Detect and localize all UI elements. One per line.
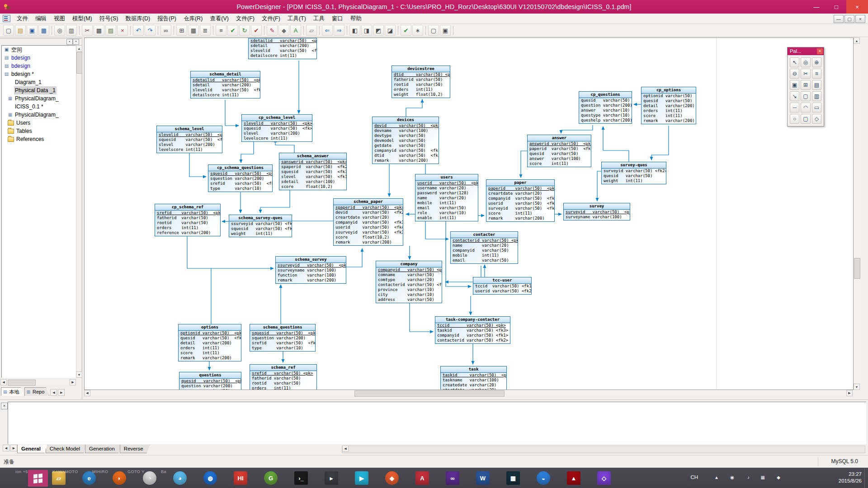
table-paper[interactable]: paperpaperid varchar(50) <pk>creartdate … xyxy=(486,179,555,222)
list-icon[interactable]: ≡ xyxy=(216,25,226,36)
sidebar-item-users[interactable]: Users xyxy=(2,119,75,127)
scroll-left-icon[interactable]: ◀ xyxy=(0,379,7,385)
table-questions[interactable]: questionsquesid varchar(50) <pk>question… xyxy=(179,372,241,390)
line-tool-icon[interactable]: ─ xyxy=(790,103,799,113)
copy-icon[interactable]: ▩ xyxy=(94,25,104,36)
view-tool-icon[interactable]: ▤ xyxy=(812,80,821,90)
link-icon[interactable]: ∞ xyxy=(160,25,171,36)
scroll-down-icon[interactable]: ▼ xyxy=(76,371,82,378)
browser-tab-repo[interactable]: ▥Repo xyxy=(24,387,50,396)
check-model-icon[interactable]: ✔ xyxy=(227,25,238,36)
mdi-minimize-button[interactable]: — xyxy=(834,15,844,23)
browser-tab-本地[interactable]: ▤本地 xyxy=(1,387,24,396)
tab-check-model[interactable]: Check Model xyxy=(46,445,87,453)
paste-icon[interactable]: ▨ xyxy=(105,25,116,36)
menu-item-7[interactable]: 仓库(R) xyxy=(180,14,206,23)
sidebar-item-bdesign[interactable]: ▤bdesign xyxy=(2,62,75,70)
table-devices[interactable]: devicesdevid varchar(50) <pk>devname var… xyxy=(372,117,439,164)
menu-item-2[interactable]: 视图 xyxy=(50,14,69,23)
table-cp_schema_level[interactable]: cp_schema_levelslevelid varchar(50) <pk>… xyxy=(241,114,312,142)
table-survey-ques[interactable]: survey-quessurveyid varchar(50) <fk2>que… xyxy=(601,162,666,184)
taskbar-app-blue[interactable]: ◒ xyxy=(537,471,550,485)
taskbar-app-media-player[interactable]: ▸ xyxy=(325,471,338,485)
window-arrange-icon[interactable]: ◪ xyxy=(385,25,396,36)
hidden-icons-icon[interactable]: ▲ xyxy=(714,475,719,480)
zoom-out-tool-icon[interactable]: ⊖ xyxy=(790,69,799,79)
tabs-scroll-left-icon[interactable]: ◀ xyxy=(50,389,57,396)
taskbar-app-axure[interactable]: A xyxy=(415,471,429,485)
taskbar-app-orange[interactable]: ◆ xyxy=(385,471,399,485)
menu-item-0[interactable]: 文件 xyxy=(13,14,32,23)
save-all-icon[interactable]: ▦ xyxy=(38,25,49,36)
validate-icon[interactable]: ✔ xyxy=(251,25,262,36)
taskbar-clock[interactable]: 23:27 2015/8/26 xyxy=(839,471,862,484)
menu-item-5[interactable]: 数据库(D) xyxy=(122,14,154,23)
grabber-tool-icon[interactable]: ◎ xyxy=(801,57,810,67)
monitor2-icon[interactable]: ▣ xyxy=(440,25,451,36)
ime-icon[interactable]: ◆ xyxy=(777,475,780,480)
palette-close-button[interactable]: × xyxy=(817,48,823,54)
pen-icon[interactable]: ✎ xyxy=(267,25,278,36)
print-icon[interactable]: ▥ xyxy=(66,25,77,36)
menu-item-12[interactable]: 工具 xyxy=(310,14,328,23)
taskbar-app-hi[interactable]: HI xyxy=(234,471,247,485)
table-tool-icon[interactable]: ⊞ xyxy=(801,80,810,90)
taskbar-app-qq[interactable]: ◕ xyxy=(173,471,187,485)
scroll-up-icon[interactable]: ▲ xyxy=(76,45,82,52)
table-options[interactable]: optionsoptionid varchar(50) <pk>quesid v… xyxy=(178,324,241,361)
table-cp_schema_ref[interactable]: cp_schema_refsrefid varchar(50) <pk>fath… xyxy=(155,204,221,236)
arc-tool-icon[interactable]: ◠ xyxy=(801,103,810,113)
refresh-icon[interactable]: ↻ xyxy=(239,25,250,36)
taskbar-app-phpstorm[interactable]: ◇ xyxy=(597,471,611,485)
taskbar-app-adobe-reader[interactable]: ▲ xyxy=(567,471,580,485)
tabs-scroll-right-icon[interactable]: ▶ xyxy=(58,389,65,396)
menu-item-3[interactable]: 模型(M) xyxy=(69,14,96,23)
result-tabs-scroll-right-icon[interactable]: ▶ xyxy=(10,445,17,451)
rounded-rect-tool-icon[interactable]: ▢ xyxy=(801,114,810,124)
tree-vertical-scrollbar[interactable]: ▲ ▼ xyxy=(76,45,82,378)
window-tile-icon[interactable]: ◨ xyxy=(361,25,372,36)
table-schema_paper[interactable]: schema_paperspaperid varchar(50) <pk>dev… xyxy=(333,198,403,246)
sidebar-item--[interactable]: ▣空间 xyxy=(2,46,75,54)
maximize-button[interactable]: □ xyxy=(826,0,846,14)
spellcheck-icon[interactable]: ✔ xyxy=(401,25,411,36)
menu-item-13[interactable]: 窗口 xyxy=(328,14,347,23)
properties-tool-icon[interactable]: ≡ xyxy=(812,69,821,79)
taskbar-app-cmd[interactable]: ›_ xyxy=(294,471,308,485)
sidebar-item-physicaldiagram-[interactable]: ▦PhysicalDiagram_ xyxy=(2,111,75,119)
close-button[interactable]: × xyxy=(846,0,868,14)
result-horizontal-scrollbar[interactable]: ◀ xyxy=(342,446,865,453)
taskbar-app-potplayer[interactable]: ▶ xyxy=(355,471,368,485)
table-task[interactable]: tasktaskid varchar(50) <pk>taskname varc… xyxy=(440,366,507,390)
undo-icon[interactable]: ↶ xyxy=(133,25,144,36)
monitor-icon[interactable]: ▢ xyxy=(428,25,439,36)
taskbar-app-firefox[interactable]: ◗ xyxy=(113,471,126,485)
menu-item-14[interactable]: 帮助 xyxy=(347,14,365,23)
table-company[interactable]: companycompanyid varchar(50) <pk>comname… xyxy=(376,261,442,303)
tab-generation[interactable]: Generation xyxy=(85,445,122,453)
mdi-close-button[interactable]: × xyxy=(855,15,865,23)
table-cp_options[interactable]: cp_optionsoptionid varchar(50)quesid var… xyxy=(641,87,696,124)
note-tool-icon[interactable]: ▥ xyxy=(812,91,821,101)
security-icon[interactable]: ◉ xyxy=(730,475,734,480)
menu-item-4[interactable]: 符号(S) xyxy=(96,14,122,23)
scroll-right-icon[interactable]: ▶ xyxy=(70,379,76,385)
menu-item-9[interactable]: 文件(F) xyxy=(232,14,258,23)
menu-item-10[interactable]: 文件(F) xyxy=(258,14,284,23)
window-split-icon[interactable]: ◧ xyxy=(349,25,360,36)
menu-item-6[interactable]: 报告(P) xyxy=(154,14,180,23)
taskbar-app-green[interactable]: G xyxy=(264,471,278,485)
table-tcc-user[interactable]: tcc-usertccid varchar(50) <fk1>userid va… xyxy=(473,277,532,295)
scroll-up-icon[interactable]: ▲ xyxy=(854,38,860,44)
reference-tool-icon[interactable]: ↘ xyxy=(790,91,799,101)
font-color-icon[interactable]: A xyxy=(290,25,301,36)
forward-icon[interactable]: ⇒ xyxy=(334,25,344,36)
table-schema_detail[interactable]: schema_detailsdetailid varchar(50) <pk>s… xyxy=(190,71,260,99)
sidebar-item-iciss-0-1-[interactable]: ICISS_0.1 * xyxy=(2,103,75,111)
canvas-horizontal-scrollbar[interactable]: ◀ ▶ xyxy=(84,390,853,397)
table-schema_level[interactable]: schema_levelslevelid varchar(50) <pk>squ… xyxy=(156,126,222,153)
network-icon[interactable]: ▦ xyxy=(761,475,765,480)
table-users[interactable]: usersuserid varchar(50) <pk>username var… xyxy=(415,174,478,221)
cut-icon[interactable]: ✂ xyxy=(82,25,93,36)
tree-horizontal-scrollbar[interactable]: ◀ ▶ xyxy=(0,379,76,386)
